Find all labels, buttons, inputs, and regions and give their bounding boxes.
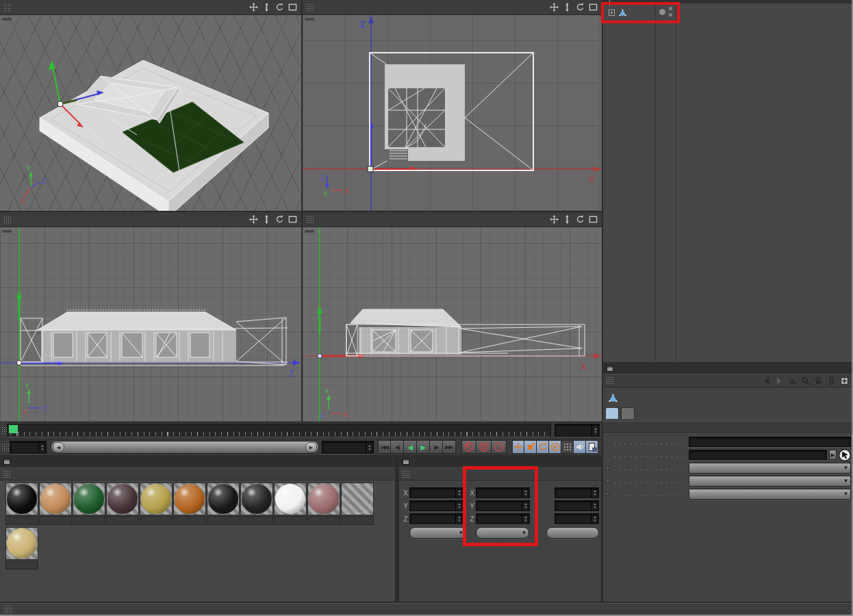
record-scale-button[interactable] [524, 440, 537, 454]
material-thumbnail[interactable] [173, 483, 206, 515]
panel-grip[interactable] [306, 3, 314, 12]
material-Metall01[interactable] [106, 483, 139, 525]
nome-input[interactable] [689, 437, 851, 447]
zoom-view-icon[interactable] [561, 2, 572, 12]
record-pla-button[interactable] [561, 440, 574, 454]
material-thumbnail[interactable] [39, 483, 72, 515]
rotation-y-field[interactable] [555, 500, 599, 511]
panel-grip[interactable] [3, 3, 11, 12]
rotate-view-icon[interactable] [574, 2, 585, 12]
rotate-view-icon[interactable] [274, 214, 285, 224]
zoom-view-icon[interactable] [261, 2, 272, 12]
material-thumbnail[interactable] [73, 483, 105, 515]
visibile-editor-dropdown[interactable]: ▼ [689, 463, 851, 474]
toggle-fullscreen-icon[interactable] [287, 214, 298, 224]
field-bullet[interactable] [606, 492, 609, 496]
pan-view-icon[interactable] [548, 2, 559, 12]
back-icon[interactable] [761, 376, 772, 386]
material-thumbnail[interactable] [5, 527, 38, 560]
material-Esterni_[interactable] [73, 483, 105, 525]
usa-colore-dropdown[interactable]: ▼ [689, 489, 851, 500]
livello-input[interactable] [689, 450, 827, 460]
stepper-arrows[interactable] [455, 488, 463, 498]
material-thumbnail[interactable] [106, 483, 139, 515]
material-Estern01[interactable] [39, 483, 72, 525]
zoom-view-icon[interactable] [261, 214, 272, 224]
field-bullet[interactable] [606, 479, 609, 483]
go-to-start-button[interactable]: |◀◀ [378, 440, 391, 454]
material-Vetro_Ch[interactable] [341, 483, 374, 525]
right-canvas[interactable]: Z Y Z X [0, 227, 301, 422]
frame-end-field[interactable] [322, 441, 374, 454]
play-sound-button[interactable] [574, 440, 586, 454]
position-z-field[interactable] [409, 513, 463, 524]
stepper-arrows[interactable] [591, 424, 599, 436]
record-position-button[interactable] [512, 440, 524, 454]
position-x-field[interactable] [409, 487, 463, 498]
viewport-top[interactable]: Z X Z Y X [303, 0, 602, 211]
panel-grip[interactable] [3, 216, 11, 224]
material-Colore_0[interactable] [274, 483, 307, 525]
stepper-arrows[interactable] [455, 501, 463, 511]
play-backwards-button[interactable]: ◀ [404, 440, 417, 454]
material-Legno_N[interactable] [173, 483, 206, 525]
zoom-view-icon[interactable] [561, 214, 572, 224]
rotation-x-field[interactable] [555, 487, 599, 498]
next-frame-button[interactable]: |▶ [430, 440, 443, 454]
panel-grip[interactable] [402, 470, 409, 478]
previous-frame-button[interactable]: ◀| [391, 440, 404, 454]
material-Metallo_[interactable] [140, 483, 173, 525]
panel-grip[interactable] [606, 376, 613, 385]
material-thumbnail[interactable] [5, 483, 38, 515]
field-bullet[interactable] [606, 466, 609, 470]
toggle-fullscreen-icon[interactable] [287, 2, 298, 12]
range-left-arrow[interactable]: ◀ [53, 442, 64, 452]
go-to-end-button[interactable]: ▶▶| [443, 440, 456, 454]
material-thumbnail[interactable] [207, 483, 240, 515]
link-icon[interactable] [826, 376, 837, 386]
pan-view-icon[interactable] [248, 2, 259, 12]
rotate-view-icon[interactable] [274, 2, 285, 12]
current-frame-field[interactable] [555, 424, 600, 437]
tab-coord[interactable] [621, 407, 635, 419]
animation-help-button[interactable]: ? [492, 440, 507, 454]
top-canvas[interactable]: Z X Z Y X [303, 15, 602, 211]
add-icon[interactable] [839, 376, 850, 386]
panel-icon[interactable] [607, 365, 613, 372]
material-PEN_MA[interactable] [240, 483, 273, 525]
pan-view-icon[interactable] [248, 214, 259, 224]
material-thumbnail[interactable] [307, 483, 340, 515]
position-y-field[interactable] [409, 500, 463, 511]
material-Legno_F[interactable] [5, 527, 38, 569]
panel-grip[interactable] [4, 605, 12, 613]
material-thumbnail[interactable] [341, 483, 374, 515]
material-Foregrou[interactable] [5, 483, 38, 525]
tab-base[interactable] [605, 407, 619, 419]
make-preview-button[interactable] [586, 440, 598, 454]
rotation-z-field[interactable] [555, 513, 599, 524]
play-forwards-button[interactable]: ▶ [417, 440, 430, 454]
panel-grip[interactable] [306, 216, 314, 224]
range-right-arrow[interactable]: ▶ [305, 442, 317, 452]
up-icon[interactable] [787, 376, 798, 386]
stepper-arrows[interactable] [591, 488, 598, 498]
panel-icon[interactable] [403, 459, 409, 465]
stepper-arrows[interactable] [366, 441, 373, 453]
coordinate-system-dropdown[interactable]: ▼ [409, 527, 466, 539]
viewport-perspective[interactable]: Y Z X [0, 0, 301, 211]
forward-icon[interactable] [774, 376, 785, 386]
visibile-rendering-dropdown[interactable]: ▼ [689, 476, 851, 487]
pick-cursor-icon[interactable] [839, 449, 851, 461]
stepper-arrows[interactable] [591, 501, 598, 511]
apply-button[interactable] [546, 527, 599, 539]
viewport-front[interactable]: X Y Z X [303, 212, 602, 422]
viewport-right[interactable]: Z Y Z X [0, 212, 301, 422]
panel-grip[interactable] [1, 444, 9, 452]
lock-icon[interactable] [813, 376, 824, 386]
timeline-ruler[interactable] [7, 424, 551, 437]
frame-range-slider[interactable]: ◀ ▶ [51, 441, 319, 454]
panel-grip[interactable] [3, 470, 10, 478]
material-Pietra_M[interactable] [307, 483, 340, 525]
toggle-fullscreen-icon[interactable] [587, 2, 598, 12]
material-thumbnail[interactable] [274, 483, 307, 515]
